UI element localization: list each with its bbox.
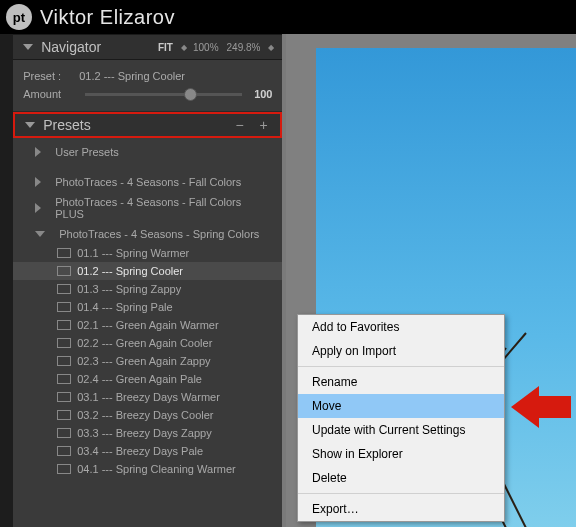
- preset-icon: [57, 356, 71, 366]
- menu-separator: [298, 366, 504, 367]
- preset-item[interactable]: 01.2 --- Spring Cooler: [13, 262, 282, 280]
- updown-icon: ◆: [181, 43, 185, 52]
- preset-item[interactable]: 03.4 --- Breezy Days Pale: [13, 442, 282, 460]
- amount-value: 100: [254, 88, 272, 100]
- chevron-down-icon: [35, 231, 45, 237]
- preset-item[interactable]: 02.4 --- Green Again Pale: [13, 370, 282, 388]
- preset-item-label: 04.1 --- Spring Cleaning Warmer: [77, 463, 236, 475]
- tree-group-label: PhotoTraces - 4 Seasons - Spring Colors: [59, 228, 259, 240]
- menu-item[interactable]: Apply on Import: [298, 339, 504, 363]
- preset-item-label: 01.2 --- Spring Cooler: [77, 265, 183, 277]
- author-title: Viktor Elizarov: [40, 6, 175, 29]
- preset-item-label: 01.1 --- Spring Warmer: [77, 247, 189, 259]
- left-gutter: [0, 34, 13, 527]
- preset-item[interactable]: 02.2 --- Green Again Cooler: [13, 334, 282, 352]
- preset-icon: [57, 284, 71, 294]
- preset-tree: User Presets PhotoTraces - 4 Seasons - F…: [13, 138, 282, 478]
- tree-group-label: PhotoTraces - 4 Seasons - Fall Colors: [55, 176, 241, 188]
- preset-info-block: Preset : 01.2 --- Spring Cooler Amount 1…: [13, 60, 282, 112]
- tree-group[interactable]: PhotoTraces - 4 Seasons - Fall Colors: [13, 172, 282, 192]
- updown-icon: ◆: [268, 43, 272, 52]
- preset-icon: [57, 320, 71, 330]
- menu-item[interactable]: Show in Explorer: [298, 442, 504, 466]
- chevron-right-icon: [35, 147, 41, 157]
- preset-item[interactable]: 02.3 --- Green Again Zappy: [13, 352, 282, 370]
- chevron-down-icon: [25, 122, 35, 128]
- tree-group-label: PhotoTraces - 4 Seasons - Fall Colors PL…: [55, 196, 272, 220]
- preset-icon: [57, 338, 71, 348]
- preset-item[interactable]: 01.4 --- Spring Pale: [13, 298, 282, 316]
- tree-group-user[interactable]: User Presets: [13, 142, 282, 162]
- chevron-right-icon: [35, 177, 41, 187]
- menu-item[interactable]: Export…: [298, 497, 504, 521]
- zoom-levels[interactable]: FIT ◆ 100% 249.8% ◆: [158, 42, 273, 53]
- preset-icon: [57, 248, 71, 258]
- zoom-custom[interactable]: 249.8%: [227, 42, 261, 53]
- preset-item-label: 02.4 --- Green Again Pale: [77, 373, 202, 385]
- preset-item-label: 03.3 --- Breezy Days Zappy: [77, 427, 212, 439]
- menu-item[interactable]: Update with Current Settings: [298, 418, 504, 442]
- amount-slider[interactable]: [85, 93, 242, 96]
- menu-item[interactable]: Delete: [298, 466, 504, 490]
- preset-item-label: 03.1 --- Breezy Days Warmer: [77, 391, 220, 403]
- preset-icon: [57, 392, 71, 402]
- zoom-100[interactable]: 100%: [193, 42, 219, 53]
- presets-title: Presets: [43, 117, 232, 133]
- preset-item[interactable]: 02.1 --- Green Again Warmer: [13, 316, 282, 334]
- preset-item-label: 01.3 --- Spring Zappy: [77, 283, 181, 295]
- preset-item[interactable]: 01.3 --- Spring Zappy: [13, 280, 282, 298]
- menu-separator: [298, 493, 504, 494]
- presets-header[interactable]: Presets − +: [13, 112, 282, 138]
- plus-icon[interactable]: +: [256, 117, 270, 133]
- tree-group[interactable]: PhotoTraces - 4 Seasons - Fall Colors PL…: [13, 192, 282, 224]
- preset-item[interactable]: 03.2 --- Breezy Days Cooler: [13, 406, 282, 424]
- navigator-header[interactable]: Navigator FIT ◆ 100% 249.8% ◆: [13, 34, 282, 60]
- preset-icon: [57, 428, 71, 438]
- tree-group-label: User Presets: [55, 146, 119, 158]
- topbar: pt Viktor Elizarov: [0, 0, 576, 34]
- left-panel: Navigator FIT ◆ 100% 249.8% ◆ Preset : 0…: [13, 34, 282, 527]
- minus-icon[interactable]: −: [232, 117, 246, 133]
- tree-group-open[interactable]: PhotoTraces - 4 Seasons - Spring Colors: [13, 224, 282, 244]
- preset-item-label: 01.4 --- Spring Pale: [77, 301, 172, 313]
- zoom-fit[interactable]: FIT: [158, 42, 173, 53]
- preset-item-label: 03.4 --- Breezy Days Pale: [77, 445, 203, 457]
- menu-item[interactable]: Add to Favorites: [298, 315, 504, 339]
- preset-item-label: 03.2 --- Breezy Days Cooler: [77, 409, 213, 421]
- preset-item[interactable]: 01.1 --- Spring Warmer: [13, 244, 282, 262]
- preset-icon: [57, 374, 71, 384]
- preset-icon: [57, 266, 71, 276]
- context-menu: Add to FavoritesApply on ImportRenameMov…: [297, 314, 505, 522]
- preset-item[interactable]: 04.1 --- Spring Cleaning Warmer: [13, 460, 282, 478]
- navigator-title: Navigator: [41, 39, 158, 55]
- preset-item[interactable]: 03.3 --- Breezy Days Zappy: [13, 424, 282, 442]
- amount-label: Amount: [23, 88, 73, 100]
- preset-item-label: 02.2 --- Green Again Cooler: [77, 337, 212, 349]
- preset-icon: [57, 464, 71, 474]
- chevron-down-icon: [23, 44, 33, 50]
- preset-item[interactable]: 03.1 --- Breezy Days Warmer: [13, 388, 282, 406]
- preset-icon: [57, 302, 71, 312]
- preset-icon: [57, 410, 71, 420]
- preset-label: Preset :: [23, 70, 73, 82]
- preset-item-label: 02.3 --- Green Again Zappy: [77, 355, 210, 367]
- preset-name-value: 01.2 --- Spring Cooler: [79, 70, 185, 82]
- preset-icon: [57, 446, 71, 456]
- menu-item[interactable]: Move: [298, 394, 504, 418]
- preset-item-label: 02.1 --- Green Again Warmer: [77, 319, 218, 331]
- slider-thumb[interactable]: [184, 88, 197, 101]
- menu-item[interactable]: Rename: [298, 370, 504, 394]
- logo-badge: pt: [6, 4, 32, 30]
- chevron-right-icon: [35, 203, 41, 213]
- red-arrow-callout: [511, 386, 571, 428]
- svg-marker-0: [511, 386, 571, 428]
